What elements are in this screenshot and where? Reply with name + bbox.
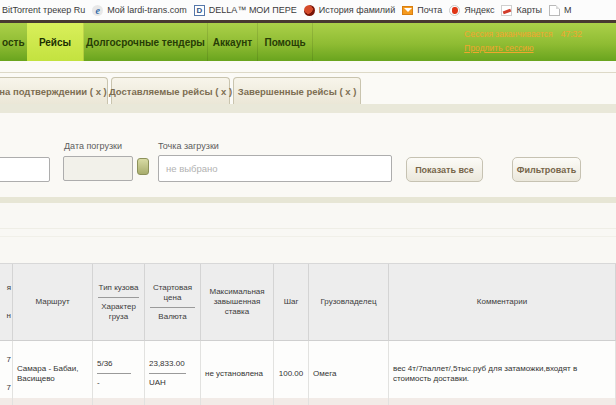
cell-cargo-owner: Омега <box>309 341 389 405</box>
column-header-cargo-owner: Грузовладелец <box>309 264 389 341</box>
header-fragment: н <box>7 311 11 321</box>
session-timer: 47:32 <box>561 29 582 39</box>
load-point-input[interactable]: не выбрано <box>158 155 392 182</box>
divider-line <box>0 72 616 73</box>
bookmark-label: Почта <box>417 5 442 15</box>
column-header-comments: Комментарии <box>389 264 616 341</box>
lardi-icon: e <box>92 5 103 16</box>
tab-delivering[interactable]: Доставляемые рейсы ( x ) <box>111 77 230 105</box>
extend-session-link[interactable]: Продлить сессию <box>464 41 533 55</box>
nav-item-reisy[interactable]: Рейсы <box>27 23 84 61</box>
browser-bookmarks-bar: BitTorrent трекер Ru e Мой lardi-trans.c… <box>0 0 616 23</box>
bookmark-label: М <box>564 5 572 15</box>
load-date-label: Дата погрузки <box>64 141 122 151</box>
tab-completed[interactable]: Завершенные рейсы ( x ) <box>233 77 361 105</box>
bookmark-bittorrent[interactable]: BitTorrent трекер Ru <box>2 5 85 15</box>
show-all-button[interactable]: Показать все <box>406 157 483 182</box>
cell-clipped: 7 7 <box>0 341 13 405</box>
load-point-label: Точка загрузки <box>158 141 219 151</box>
bookmark-lardi-trans[interactable]: e Мой lardi-trans.com <box>92 5 187 16</box>
divider-line <box>0 236 616 237</box>
main-navigation: ость Рейсы Долгосрочные тендеры Аккаунт … <box>0 23 616 61</box>
column-header-start-price: Стартовая цена Валюта <box>145 264 201 341</box>
column-header-step: Шаг <box>274 264 309 341</box>
cell-step: 100.00 <box>274 341 309 405</box>
bookmark-label: BitTorrent трекер Ru <box>2 5 85 15</box>
cell-route[interactable]: Самара - Бабаи, Васищево <box>13 341 93 405</box>
bookmark-label: Мой lardi-trans.com <box>107 5 187 15</box>
maps-icon <box>501 5 512 16</box>
cell-max-rate: не установлена <box>201 341 274 405</box>
page-icon <box>549 5 560 16</box>
column-header-max-rate: Максимальная завышенная ставка <box>201 264 274 341</box>
bookmark-mail[interactable]: Почта <box>402 5 442 15</box>
della-icon: D <box>194 5 205 16</box>
trips-table: я н Маршрут Тип кузова Характер груза Ст… <box>0 263 616 405</box>
history-icon <box>304 5 315 16</box>
session-info: Сессия заканчивается47:32 Продлить сесси… <box>464 27 582 55</box>
bookmark-history[interactable]: История фамилий <box>304 5 395 16</box>
nav-item-help[interactable]: Помощь <box>258 23 313 61</box>
bookmark-maps[interactable]: Карты <box>501 5 542 16</box>
tab-on-confirmation[interactable]: на подтверждении ( x ) <box>0 77 108 105</box>
header-fragment: я <box>7 283 11 293</box>
calendar-icon[interactable] <box>137 158 149 175</box>
bookmark-della[interactable]: D DELLA™ МОИ ПЕРЕ <box>194 5 297 16</box>
column-header-body-type: Тип кузова Характер груза <box>93 264 145 341</box>
yandex-icon <box>449 5 460 16</box>
bookmark-label: DELLA™ МОИ ПЕРЕ <box>209 5 297 15</box>
cell-body-type: 5/36 - <box>93 341 145 405</box>
column-header-clipped: я н <box>0 264 13 341</box>
tabs-bottom-strip <box>0 104 616 113</box>
nav-item-account[interactable]: Аккаунт <box>208 23 258 61</box>
header-split-line <box>98 297 140 298</box>
bookmark-yandex[interactable]: Яндекс <box>449 5 494 16</box>
cell-comments: вес 4т/7паллет/,5тыс.руб для затаможки,в… <box>389 341 616 405</box>
bookmark-label: История фамилий <box>319 5 395 15</box>
column-header-route: Маршрут <box>13 264 93 341</box>
bookmark-m[interactable]: М <box>549 5 572 16</box>
cell-start-price: 23,833.00 UAH <box>145 341 201 405</box>
content-spacer <box>0 203 616 263</box>
clipped-filter-input[interactable] <box>0 157 50 182</box>
load-date-input[interactable] <box>63 156 133 181</box>
session-expires-text: Сессия заканчивается <box>464 29 552 39</box>
nav-item-clipped[interactable]: ость <box>0 23 27 61</box>
cell-split-line <box>149 373 186 374</box>
bookmark-label: Карты <box>516 5 542 15</box>
header-split-line <box>150 307 195 308</box>
mail-icon <box>402 6 413 15</box>
cell-split-line <box>97 373 131 374</box>
filter-button[interactable]: Фильтровать <box>512 157 581 182</box>
divider-line <box>0 228 616 229</box>
bookmark-label: Яндекс <box>464 5 494 15</box>
nav-item-tenders[interactable]: Долгосрочные тендеры <box>84 23 208 61</box>
